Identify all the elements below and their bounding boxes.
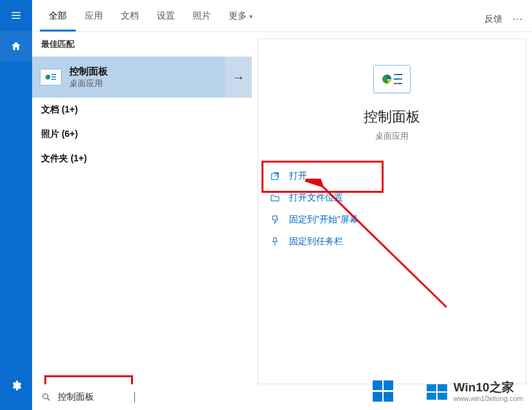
- svg-rect-0: [12, 12, 21, 13]
- search-input[interactable]: [58, 392, 135, 402]
- best-match-text: 控制面板 桌面应用: [69, 66, 108, 89]
- expand-result-button[interactable]: →: [225, 57, 252, 98]
- tabs-container: 全部 应用 文档 设置 照片 更多▾: [32, 3, 262, 31]
- preview-header: 控制面板 桌面应用: [258, 39, 526, 159]
- top-right-controls: 反馈 ···: [484, 13, 532, 31]
- open-icon: [270, 171, 280, 181]
- left-rail: [0, 0, 32, 410]
- folder-icon: [270, 193, 280, 203]
- tab-docs[interactable]: 文档: [112, 3, 148, 31]
- best-match-subtitle: 桌面应用: [69, 78, 108, 89]
- category-documents[interactable]: 文档 (1+): [32, 98, 252, 122]
- tab-photos[interactable]: 照片: [184, 3, 220, 31]
- action-pin-taskbar[interactable]: 固定到任务栏: [270, 231, 514, 253]
- feedback-link[interactable]: 反馈: [484, 13, 502, 25]
- svg-rect-6: [51, 79, 56, 80]
- chevron-down-icon: ▾: [249, 13, 253, 20]
- control-panel-icon: [40, 69, 62, 85]
- action-pin-taskbar-label: 固定到任务栏: [289, 236, 343, 247]
- svg-rect-1: [12, 15, 21, 16]
- action-open[interactable]: 打开: [270, 165, 514, 187]
- action-pin-start-label: 固定到"开始"屏幕: [289, 214, 359, 226]
- watermark: Win10之家 www.win10xitong.com: [427, 381, 523, 402]
- watermark-logo-icon: [427, 384, 447, 400]
- hamburger-icon: [10, 10, 22, 21]
- hamburger-menu-button[interactable]: [0, 0, 32, 31]
- svg-rect-4: [51, 74, 56, 75]
- search-filter-tabs: 全部 应用 文档 设置 照片 更多▾ 反馈 ···: [32, 0, 532, 32]
- action-open-location-label: 打开文件位置: [289, 192, 343, 204]
- category-folders[interactable]: 文件夹 (1+): [32, 147, 252, 171]
- search-results-column: 最佳匹配 控制面板 桌面应用 → 文档 (1+) 照片 (6+) 文件夹 (1+…: [32, 32, 252, 384]
- preview-actions: 打开 打开文件位置 固定到"开始"屏幕 固定到任务栏: [258, 159, 526, 259]
- svg-line-17: [48, 398, 50, 401]
- action-open-location[interactable]: 打开文件位置: [270, 187, 514, 209]
- action-pin-start[interactable]: 固定到"开始"屏幕: [270, 209, 514, 231]
- svg-rect-10: [394, 83, 402, 84]
- home-icon: [10, 40, 22, 52]
- best-match-header: 最佳匹配: [32, 32, 252, 57]
- windows-flag-icon: [373, 380, 395, 402]
- watermark-url: www.win10xitong.com: [454, 395, 523, 402]
- tab-more[interactable]: 更多▾: [220, 3, 262, 31]
- watermark-brand: Win10之家: [454, 381, 523, 393]
- best-match-title: 控制面板: [69, 66, 108, 78]
- best-match-main: 控制面板 桌面应用: [32, 66, 225, 89]
- gear-icon: [10, 380, 22, 391]
- action-open-label: 打开: [289, 170, 307, 182]
- search-bar: [32, 384, 257, 410]
- pin-taskbar-icon: [270, 236, 280, 247]
- tab-apps[interactable]: 应用: [76, 3, 112, 31]
- svg-point-13: [396, 83, 398, 85]
- svg-point-16: [43, 394, 48, 399]
- more-options-button[interactable]: ···: [513, 13, 523, 25]
- best-match-result[interactable]: 控制面板 桌面应用 →: [32, 57, 252, 98]
- preview-title: 控制面板: [364, 107, 420, 127]
- tab-all[interactable]: 全部: [40, 3, 76, 31]
- arrow-right-icon: →: [232, 70, 245, 85]
- search-icon: [41, 392, 51, 402]
- pin-start-icon: [270, 215, 280, 225]
- category-photos[interactable]: 照片 (6+): [32, 122, 252, 147]
- preview-subtitle: 桌面应用: [375, 130, 409, 142]
- tab-settings[interactable]: 设置: [148, 3, 184, 31]
- svg-rect-5: [51, 76, 56, 77]
- home-button[interactable]: [0, 31, 32, 62]
- svg-point-11: [395, 74, 396, 76]
- svg-point-12: [400, 78, 402, 80]
- svg-rect-2: [12, 18, 21, 19]
- result-preview-panel: 控制面板 桌面应用 打开 打开文件位置 固定到"开始"屏幕 固定到任务栏: [258, 39, 526, 384]
- control-panel-large-icon: [373, 65, 411, 93]
- tab-more-label: 更多: [229, 10, 247, 21]
- watermark-text: Win10之家 www.win10xitong.com: [454, 381, 523, 402]
- settings-button[interactable]: [0, 370, 32, 401]
